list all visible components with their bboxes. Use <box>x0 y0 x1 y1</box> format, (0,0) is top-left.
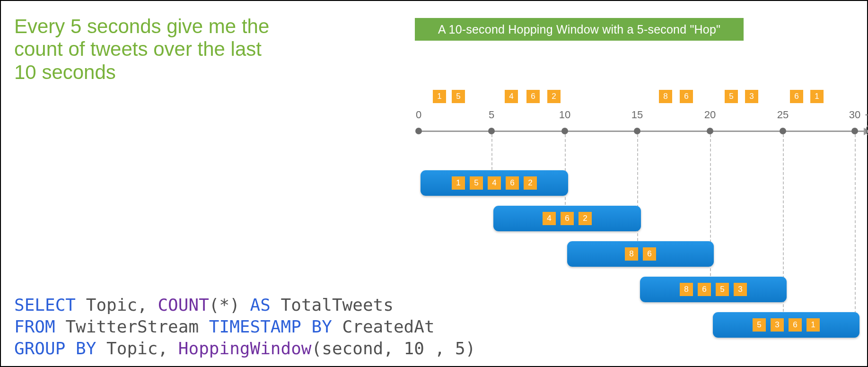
event-marker: 2 <box>547 90 561 103</box>
tick-label: 20 <box>704 109 716 121</box>
event-marker: 6 <box>526 90 540 103</box>
diagram-frame: Every 5 seconds give me the count of twe… <box>0 0 868 367</box>
event-marker: 6 <box>506 176 519 190</box>
event-marker: 8 <box>680 283 693 296</box>
hopping-window: 15462 <box>421 170 568 196</box>
event-marker: 5 <box>470 176 483 190</box>
tick-label: 10 <box>559 109 570 121</box>
event-marker: 1 <box>807 318 820 332</box>
window-boundary-line <box>855 134 856 338</box>
tick-dot <box>634 128 640 134</box>
tick-label: 30 <box>849 109 860 121</box>
tick-dot <box>415 128 422 134</box>
event-marker: 6 <box>680 90 693 103</box>
description-text: Every 5 seconds give me the count of twe… <box>14 15 289 84</box>
event-marker: 5 <box>753 318 766 332</box>
axis-title: Time (secs) <box>865 113 868 135</box>
event-marker: 6 <box>643 247 656 261</box>
hopping-window: 5361 <box>713 312 859 338</box>
axis-line <box>416 131 868 132</box>
event-marker: 5 <box>452 90 465 103</box>
event-marker: 1 <box>452 176 465 190</box>
sql-code: SELECT Topic, COUNT(*) AS TotalTweets FR… <box>14 294 475 359</box>
event-marker: 1 <box>433 90 446 103</box>
window-boundary-line <box>783 134 784 335</box>
tick-dot <box>561 128 568 134</box>
event-marker: 8 <box>625 247 638 261</box>
tick-dot <box>780 128 786 134</box>
event-marker: 1 <box>810 90 824 103</box>
event-marker: 6 <box>561 212 574 225</box>
tick-label: 5 <box>489 109 494 121</box>
event-marker: 2 <box>579 212 592 225</box>
timeline-region: Time (secs) 051015202530 15462865361 154… <box>411 90 868 341</box>
window-boundary-line <box>710 134 711 300</box>
event-marker: 3 <box>771 318 784 332</box>
tick-dot <box>707 128 713 134</box>
event-marker: 2 <box>524 176 537 190</box>
event-marker: 5 <box>716 283 729 296</box>
event-marker: 6 <box>698 283 711 296</box>
tick-label: 0 <box>416 109 421 121</box>
event-marker: 6 <box>790 90 803 103</box>
event-marker: 4 <box>488 176 501 190</box>
tick-dot <box>488 128 495 134</box>
tick-label: 15 <box>631 109 643 121</box>
event-marker: 4 <box>543 212 556 225</box>
event-row: 15462865361 <box>411 90 868 109</box>
window-boundary-line <box>491 134 492 170</box>
tick-label: 25 <box>777 109 789 121</box>
event-marker: 8 <box>659 90 672 103</box>
event-marker: 6 <box>789 318 802 332</box>
banner-title: A 10-second Hopping Window with a 5-seco… <box>415 18 744 41</box>
hopping-window: 8653 <box>640 277 787 302</box>
hopping-window: 462 <box>493 206 641 231</box>
event-marker: 3 <box>734 283 747 296</box>
hopping-window: 86 <box>567 241 714 267</box>
event-marker: 5 <box>725 90 738 103</box>
event-marker: 4 <box>505 90 518 103</box>
event-marker: 3 <box>745 90 758 103</box>
tick-dot <box>851 128 858 134</box>
